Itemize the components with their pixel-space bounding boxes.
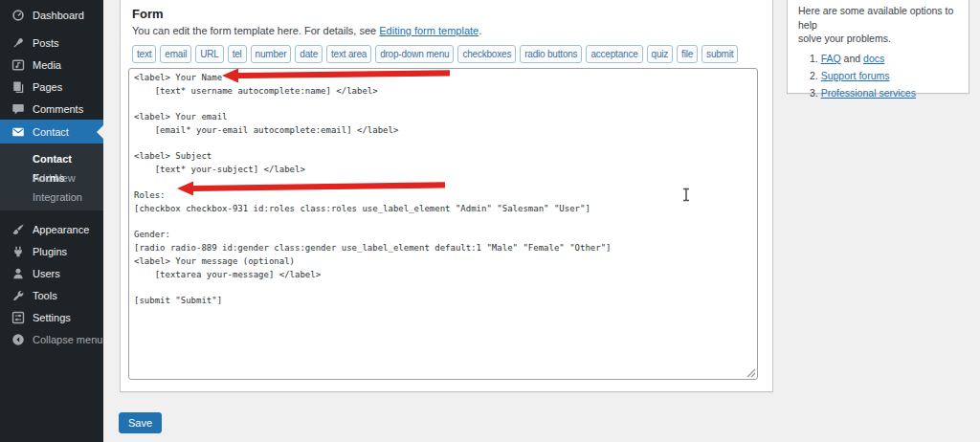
- list-text: and: [841, 53, 863, 64]
- help-intro-line1: Here are some available options to help: [798, 4, 958, 32]
- description-text: You can edit the form template here. For…: [132, 25, 379, 36]
- docs-link[interactable]: docs: [863, 53, 884, 64]
- support-forums-link[interactable]: Support forums: [821, 70, 890, 81]
- sidebar-item-appearance[interactable]: Appearance: [0, 218, 103, 240]
- tag-button-submit[interactable]: submit: [702, 45, 738, 63]
- tag-button-drop-down-menu[interactable]: drop-down menu: [375, 45, 454, 63]
- help-item-support-forums: 2. Support forums: [810, 70, 958, 81]
- media-icon: [11, 58, 25, 72]
- tag-button-text[interactable]: text: [132, 45, 156, 63]
- dashboard-icon: [11, 9, 25, 22]
- panel-description: You can edit the form template here. For…: [132, 25, 481, 36]
- submenu-item-contact-forms[interactable]: Contact Forms: [0, 149, 103, 168]
- sidebar-item-label: Users: [33, 268, 60, 279]
- comment-icon: [11, 102, 25, 116]
- professional-services-link[interactable]: Professional services: [821, 87, 916, 99]
- pushpin-icon: [11, 36, 25, 50]
- sidebar-item-label: Collapse menu: [33, 334, 102, 345]
- panel-title: Form: [132, 7, 164, 21]
- sidebar-item-label: Media: [33, 59, 61, 71]
- collapse-menu-button[interactable]: Collapse menu: [0, 328, 103, 350]
- help-item-faq-docs: 1. FAQ and docs: [810, 53, 958, 64]
- tag-button-tel[interactable]: tel: [228, 45, 247, 63]
- plug-icon: [11, 245, 25, 258]
- sidebar-item-dashboard[interactable]: Dashboard: [0, 4, 103, 26]
- faq-link[interactable]: FAQ: [821, 53, 841, 64]
- sidebar-item-settings[interactable]: Settings: [0, 306, 103, 328]
- sidebar-item-label: Dashboard: [33, 10, 84, 21]
- sidebar-item-label: Tools: [33, 290, 57, 301]
- sidebar-item-contact[interactable]: Contact: [0, 120, 103, 144]
- form-template-textarea[interactable]: <label> Your Name [text* username autoco…: [128, 68, 758, 380]
- tag-button-checkboxes[interactable]: checkboxes: [457, 45, 516, 63]
- help-links-list: 1. FAQ and docs 2. Support forums 3. Pro…: [798, 53, 958, 99]
- pages-icon: [11, 80, 25, 94]
- tag-button-text-area[interactable]: text area: [326, 45, 371, 63]
- form-editor-panel: Form You can edit the form template here…: [120, 0, 773, 392]
- admin-sidebar: Dashboard Posts Media Pages Comments Con…: [0, 0, 103, 442]
- description-suffix: .: [479, 25, 481, 36]
- submenu-item-add-new[interactable]: Add New: [0, 168, 103, 188]
- tag-generator-buttons: text email URL tel number date text area…: [132, 45, 738, 63]
- sidebar-item-label: Pages: [33, 81, 62, 93]
- help-panel: Here are some available options to helps…: [787, 0, 969, 94]
- form-template-editor: <label> Your Name [text* username autoco…: [128, 68, 758, 380]
- sidebar-item-plugins[interactable]: Plugins: [0, 240, 103, 262]
- sidebar-item-label: Posts: [33, 37, 59, 49]
- wrench-icon: [11, 289, 25, 302]
- sidebar-item-posts[interactable]: Posts: [0, 32, 103, 54]
- help-item-professional-services: 3. Professional services: [810, 87, 958, 99]
- sidebar-item-comments[interactable]: Comments: [0, 98, 103, 120]
- tag-button-url[interactable]: URL: [195, 45, 223, 63]
- contact-submenu: Contact Forms Add New Integration: [0, 144, 103, 210]
- collapse-icon: [11, 333, 25, 346]
- editing-form-template-link[interactable]: Editing form template: [379, 25, 479, 36]
- sidebar-item-tools[interactable]: Tools: [0, 284, 103, 306]
- sidebar-item-label: Comments: [33, 103, 83, 115]
- help-intro-line2: solve your problems.: [798, 32, 958, 46]
- tag-button-quiz[interactable]: quiz: [647, 45, 674, 63]
- sidebar-item-label: Contact: [33, 126, 69, 138]
- sidebar-item-media[interactable]: Media: [0, 54, 103, 76]
- user-icon: [11, 267, 25, 280]
- sidebar-item-label: Settings: [33, 312, 71, 323]
- paintbrush-icon: [11, 223, 25, 236]
- tag-button-number[interactable]: number: [251, 45, 292, 63]
- tag-button-date[interactable]: date: [295, 45, 323, 63]
- tag-button-acceptance[interactable]: acceptance: [586, 45, 642, 63]
- save-button[interactable]: Save: [119, 412, 162, 433]
- help-intro: Here are some available options to helps…: [798, 4, 958, 46]
- envelope-icon: [11, 125, 25, 139]
- sidebar-item-users[interactable]: Users: [0, 262, 103, 284]
- tag-button-file[interactable]: file: [677, 45, 698, 63]
- sidebar-item-label: Appearance: [33, 224, 89, 235]
- list-number: 2.: [810, 70, 818, 81]
- tag-button-email[interactable]: email: [160, 45, 191, 63]
- sidebar-item-label: Plugins: [33, 246, 67, 257]
- list-number: 1.: [810, 53, 818, 64]
- tag-button-radio-buttons[interactable]: radio buttons: [520, 45, 582, 63]
- list-number: 3.: [810, 87, 818, 99]
- submenu-item-integration[interactable]: Integration: [0, 188, 103, 207]
- settings-icon: [11, 311, 25, 324]
- sidebar-item-pages[interactable]: Pages: [0, 76, 103, 98]
